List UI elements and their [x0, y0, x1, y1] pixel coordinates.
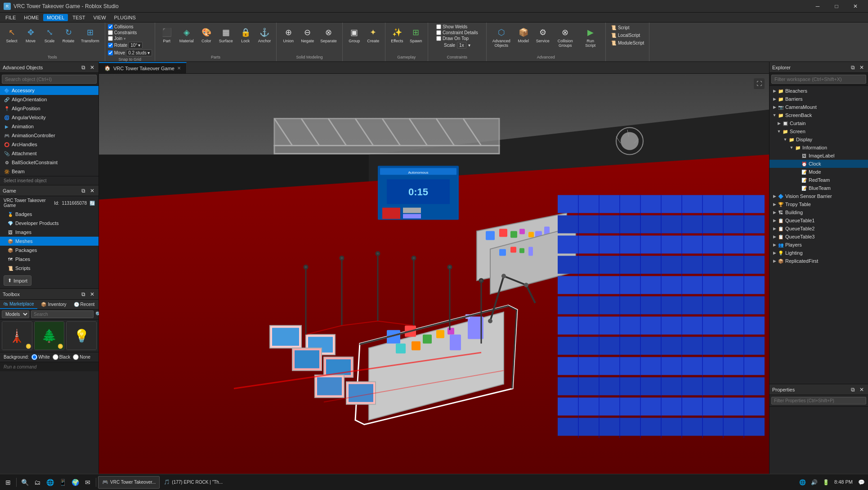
rotate-snap-checkbox[interactable] — [108, 43, 113, 48]
tree-lighting[interactable]: ▶ 💡 Lighting — [770, 249, 868, 257]
fullscreen-button[interactable]: ⛶ — [754, 78, 765, 89]
tree-players[interactable]: ▶ 👥 Players — [770, 241, 868, 249]
props-filter-input[interactable] — [771, 397, 866, 405]
menu-plugins[interactable]: PLUGINS — [111, 14, 139, 21]
obj-align-position[interactable]: 📍 AlignPosition — [0, 104, 98, 113]
model-thumb-3[interactable]: 💡 — [66, 321, 97, 350]
taskbar-roblox-studio[interactable]: 🎮 VRC Tower Takeover... — [98, 476, 160, 489]
game-badges[interactable]: 🏅 Badges — [0, 210, 98, 219]
show-welds-checkbox[interactable] — [436, 24, 441, 29]
move-snap-checkbox[interactable] — [108, 50, 113, 55]
toolbox-close[interactable]: ✕ — [89, 291, 96, 297]
game-meshes[interactable]: 📦 Meshes — [0, 237, 98, 246]
obj-angular-velocity[interactable]: 🌀 AngularVelocity — [0, 113, 98, 122]
obj-arc-handles[interactable]: ⭕ ArcHandles — [0, 140, 98, 149]
game-places[interactable]: 🗺 Places — [0, 255, 98, 264]
menu-test[interactable]: TEST — [69, 14, 89, 21]
spawn-button[interactable]: ⊞ Spawn — [407, 24, 425, 45]
properties-dock[interactable]: ⧉ — [850, 387, 856, 393]
tree-screen[interactable]: ▼ 📁 Screen — [770, 127, 868, 135]
create-button[interactable]: ✦ Create — [364, 24, 382, 45]
move-dropdown[interactable]: 0.2 studs ▾ — [126, 49, 152, 56]
menu-model[interactable]: MODEL — [43, 14, 68, 21]
taskbar-mail[interactable]: ✉ — [81, 476, 94, 489]
tree-queue2[interactable]: ▶ 📋 QueueTable2 — [770, 225, 868, 233]
maximize-button[interactable]: □ — [828, 0, 846, 13]
explorer-dock[interactable]: ⧉ — [850, 64, 856, 71]
tree-redteam[interactable]: 📝 RedTeam — [770, 176, 868, 184]
model-thumb-1[interactable]: 🗼 🪙 — [2, 321, 32, 350]
panel-dock-button[interactable]: ⧉ — [80, 64, 87, 71]
taskbar-browser2[interactable]: 📱 — [56, 476, 69, 489]
constraint-details-checkbox[interactable] — [436, 30, 441, 35]
rotate-snap-check[interactable]: Rotate — [108, 43, 127, 48]
move-button[interactable]: ✥ Move — [22, 24, 40, 45]
tree-bleachers[interactable]: ▶ 📁 Bleachers — [770, 87, 868, 95]
obj-align-orientation[interactable]: 🔗 AlignOrientation — [0, 95, 98, 104]
tree-curtain[interactable]: ▶ 🔲 Curtain — [770, 119, 868, 127]
effects-button[interactable]: ✨ Effects — [388, 24, 406, 45]
model-thumb-2[interactable]: 🌲 🪙 — [34, 321, 65, 350]
select-inserted-footer[interactable]: Select inserted object — [0, 176, 98, 185]
advanced-objects-button[interactable]: ⬡ Advanced Objects — [489, 24, 514, 49]
taskbar-epic-rock[interactable]: 🎵 (177) EPIC ROCK | "Th... — [160, 476, 227, 489]
properties-close[interactable]: ✕ — [858, 387, 865, 393]
rotate-dropdown[interactable]: 10° ▾ — [128, 42, 143, 49]
tree-blueteam[interactable]: 📝 BlueTeam — [770, 184, 868, 192]
menu-home[interactable]: HOME — [20, 14, 42, 21]
tray-notifications[interactable]: 💬 — [856, 477, 866, 487]
constraint-details-check[interactable]: Constraint Details — [436, 30, 478, 35]
game-developer-products[interactable]: 💎 Developer Products — [0, 219, 98, 228]
service-button[interactable]: ⚙ Service — [533, 24, 552, 45]
minimize-button[interactable]: ─ — [809, 0, 827, 13]
constraints-checkbox[interactable] — [108, 30, 113, 35]
tree-tropy-table[interactable]: ▶ 🏆 Tropy Table — [770, 200, 868, 208]
obj-beam[interactable]: 🔆 Beam — [0, 167, 98, 176]
game-images[interactable]: 🖼 Images — [0, 228, 98, 237]
tab-inventory[interactable]: 📦 Inventory — [37, 300, 70, 309]
command-input[interactable] — [4, 364, 95, 369]
model-button[interactable]: 📦 Model — [515, 24, 532, 45]
tree-mode[interactable]: 📝 Mode — [770, 168, 868, 176]
collision-groups-button[interactable]: ⊗ Collision Groups — [553, 24, 577, 49]
taskbar-files[interactable]: 🗂 — [31, 476, 44, 489]
tray-volume[interactable]: 🔊 — [809, 477, 819, 487]
tab-recent[interactable]: 🕒 Recent — [70, 300, 98, 309]
run-script-button[interactable]: ▶ Run Script — [578, 24, 603, 49]
bg-none-radio[interactable]: None — [73, 354, 90, 360]
draw-on-top-check[interactable]: Draw On Top — [436, 36, 469, 41]
separate-button[interactable]: ⊗ Separate — [318, 24, 340, 45]
models-dropdown[interactable]: Models — [2, 310, 29, 318]
tree-information[interactable]: ▼ 📁 Information — [770, 144, 868, 152]
union-button[interactable]: ⊕ Union — [279, 24, 297, 45]
script-button[interactable]: 📜 Script — [608, 24, 646, 31]
search-input[interactable] — [2, 75, 97, 84]
game-scripts[interactable]: 📜 Scripts — [0, 264, 98, 273]
panel-close-button[interactable]: ✕ — [89, 64, 96, 71]
tree-vision-barrier[interactable]: ▶ 🔷 Vision Sensor Barrier — [770, 192, 868, 200]
obj-animation[interactable]: ▶ Animation — [0, 122, 98, 131]
time-display[interactable]: 8:48 PM — [832, 479, 855, 485]
close-button[interactable]: ✕ — [846, 0, 864, 13]
part-button[interactable]: ⬛ Part — [158, 24, 176, 45]
collisions-check[interactable]: Collisions — [108, 24, 134, 29]
vtab-game[interactable]: 🏠 VRC Tower Takeover Game ✕ — [99, 62, 187, 73]
toolbox-dock[interactable]: ⧉ — [80, 291, 87, 297]
menu-view[interactable]: VIEW — [89, 14, 109, 21]
module-script-button[interactable]: 📜 ModuleScript — [608, 40, 646, 46]
tree-display[interactable]: ▼ 📁 Display — [770, 135, 868, 144]
taskbar-browser1[interactable]: 🌐 — [44, 476, 56, 489]
obj-accessory[interactable]: 🔷 Accessory — [0, 86, 98, 95]
transform-button[interactable]: ⊞ Transform — [78, 24, 102, 45]
anchor-button[interactable]: ⚓ Anchor — [255, 24, 274, 45]
tray-battery[interactable]: 🔋 — [821, 477, 831, 487]
viewport-canvas[interactable]: Autonomous 0:15 — [99, 74, 769, 474]
scale-button[interactable]: ⤡ Scale — [40, 24, 58, 45]
local-script-button[interactable]: 📜 LocalScript — [608, 32, 646, 39]
select-button[interactable]: ↖ Select — [3, 24, 21, 45]
tree-building[interactable]: ▶ 🏗 Building — [770, 208, 868, 216]
toolbox-search-input[interactable] — [31, 310, 94, 318]
tree-screenback[interactable]: ▼ 📁 ScreenBack — [770, 111, 868, 119]
tree-queue1[interactable]: ▶ 📋 QueueTable1 — [770, 216, 868, 225]
show-welds-check[interactable]: Show Welds — [436, 24, 467, 29]
